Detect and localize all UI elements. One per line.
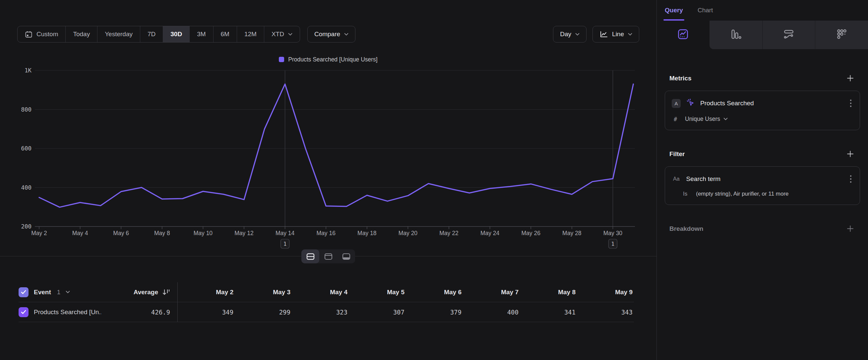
line-series[interactable] (39, 84, 633, 207)
x-axis-label: May 8 (154, 230, 170, 237)
x-axis-label: May 2 (31, 230, 47, 237)
table-cell-value: 323 (292, 302, 349, 322)
date-range-3m[interactable]: 3M (189, 26, 213, 42)
table-header-day[interactable]: May 2 (178, 282, 235, 302)
panel-divider (0, 256, 656, 256)
sidebar-tabs: Query Chart (657, 0, 868, 21)
x-axis-label: May 30 (603, 230, 623, 237)
funnels-report-tab[interactable] (710, 21, 762, 49)
table-header-day[interactable]: May 7 (463, 282, 520, 302)
table-header-day[interactable]: May 6 (406, 282, 463, 302)
x-axis-label: May 14 (276, 230, 295, 237)
select-all-checkbox[interactable] (19, 287, 29, 297)
report-type-tabs (657, 21, 868, 49)
metric-series-badge: A (672, 99, 681, 108)
split-view-toggle[interactable] (301, 249, 319, 264)
date-range-6m[interactable]: 6M (213, 26, 237, 42)
app-window: Custom Today Yesterday 7D 30D 3M 6M 12M … (0, 0, 868, 360)
flows-report-tab[interactable] (762, 21, 815, 49)
chart-view-toggle[interactable] (319, 249, 337, 264)
chevron-down-icon (723, 117, 728, 120)
table-cell-value: 379 (406, 302, 463, 322)
date-range-custom[interactable]: Custom (18, 26, 65, 42)
chevron-down-icon[interactable] (66, 290, 70, 294)
granularity-label: Day (560, 31, 571, 38)
string-property-icon: Aa (672, 175, 681, 184)
date-range-7d[interactable]: 7D (140, 26, 163, 42)
table-header-day[interactable]: May 8 (520, 282, 577, 302)
retention-report-tab[interactable] (815, 21, 868, 49)
date-range-group: Custom Today Yesterday 7D 30D 3M 6M 12M … (17, 26, 300, 43)
date-range-label: 6M (221, 31, 229, 38)
main-panel: Custom Today Yesterday 7D 30D 3M 6M 12M … (0, 0, 656, 360)
calendar-icon (25, 31, 32, 38)
date-range-30d[interactable]: 30D (163, 26, 189, 42)
filter-heading: Filter (670, 150, 685, 158)
metric-card[interactable]: A Products Searched # (665, 91, 860, 130)
table-row-event: Products Searched [Un... (19, 302, 101, 322)
retention-icon (836, 29, 847, 41)
date-range-yesterday[interactable]: Yesterday (97, 26, 140, 42)
filter-operator[interactable]: Is (683, 191, 687, 197)
row-checkbox[interactable] (19, 307, 29, 317)
y-axis-label: 600 (21, 145, 31, 152)
filter-value[interactable]: (empty string), Air purifier, or 11 more (696, 191, 788, 197)
date-range-label: Custom (36, 31, 58, 38)
table-header-day[interactable]: May 4 (292, 282, 349, 302)
x-axis-label: May 24 (480, 230, 500, 237)
date-range-today[interactable]: Today (65, 26, 97, 42)
filter-options-kebab-icon[interactable] (848, 173, 853, 185)
x-axis-label: May 4 (72, 230, 88, 237)
breakdown-section: Breakdown (657, 223, 868, 234)
tab-query[interactable]: Query (665, 0, 683, 21)
x-axis-label: May 6 (113, 230, 129, 237)
event-header-label: Event (34, 288, 51, 296)
date-range-label: 7D (148, 31, 155, 38)
chevron-down-icon (288, 33, 292, 36)
date-range-label: Yesterday (105, 31, 133, 38)
tab-chart[interactable]: Chart (698, 0, 713, 21)
chart-type-dropdown[interactable]: Line (592, 26, 639, 43)
x-axis-label: May 26 (522, 230, 540, 237)
measure-dropdown[interactable]: Unique Users (685, 116, 728, 122)
sort-descending-icon (162, 289, 170, 296)
date-range-12m[interactable]: 12M (237, 26, 264, 42)
chart-type-label: Line (612, 31, 624, 38)
table-cell-value: 349 (178, 302, 235, 322)
granularity-dropdown[interactable]: Day (553, 26, 587, 43)
flows-icon (783, 29, 795, 41)
compare-button[interactable]: Compare (307, 26, 355, 43)
add-filter-button[interactable] (845, 149, 856, 159)
add-breakdown-button[interactable] (845, 223, 856, 234)
table-header-day[interactable]: May 3 (235, 282, 292, 302)
insights-report-tab[interactable] (657, 21, 710, 49)
y-axis-label: 800 (21, 106, 31, 113)
x-axis-label: May 18 (358, 230, 376, 237)
chart-controls: Day Line (553, 26, 639, 43)
table-view-toggle[interactable] (337, 249, 355, 264)
filter-section: Filter Aa Search term Is (empty string),… (657, 149, 868, 205)
filter-card[interactable]: Aa Search term Is (empty string), Air pu… (665, 166, 860, 205)
date-range-xtd[interactable]: XTD (264, 26, 300, 42)
compare-label: Compare (314, 31, 340, 38)
add-metric-button[interactable] (845, 73, 856, 83)
event-count: 1 (57, 288, 61, 296)
table-header-average[interactable]: Average (101, 282, 178, 302)
x-axis-label: May 22 (439, 230, 458, 237)
annotation-marker-label: 1 (611, 241, 615, 247)
date-range-label: XTD (272, 31, 284, 38)
breakdown-heading: Breakdown (670, 225, 703, 232)
legend-label: Products Searched [Unique Users] (288, 56, 377, 63)
table-header-day[interactable]: May 9 (577, 282, 634, 302)
funnels-icon (730, 29, 741, 41)
chart-toolbar: Custom Today Yesterday 7D 30D 3M 6M 12M … (17, 26, 639, 43)
table-header-event: Event 1 (19, 282, 101, 302)
view-layout-toggles (301, 249, 355, 264)
query-sidebar: Query Chart (656, 0, 868, 360)
chevron-down-icon (628, 33, 632, 36)
table-cell-value: 341 (520, 302, 577, 322)
metric-options-kebab-icon[interactable] (848, 98, 853, 109)
y-axis-label: 200 (21, 223, 31, 230)
legend-swatch (279, 57, 284, 62)
table-header-day[interactable]: May 5 (349, 282, 406, 302)
